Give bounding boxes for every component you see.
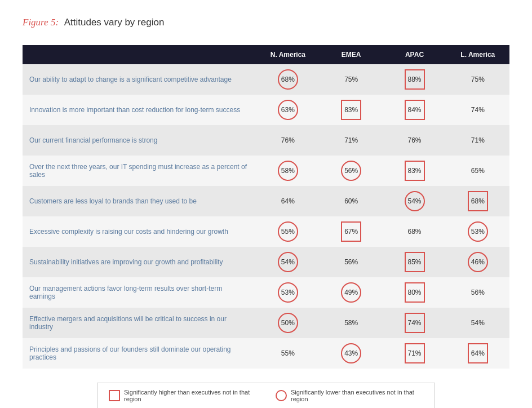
table-row: Our management actions favor long-term r… <box>23 277 509 308</box>
cell-l_america: 56% <box>446 277 509 308</box>
cell-value: 75% <box>468 69 488 90</box>
header-emea: EMEA <box>320 45 383 64</box>
cell-n_america: 54% <box>256 247 320 277</box>
cell-value: 43% <box>341 343 361 363</box>
cell-value: 58% <box>341 313 361 333</box>
cell-apac: 68% <box>383 216 446 247</box>
cell-value: 54% <box>278 252 298 272</box>
cell-n_america: 50% <box>256 308 320 338</box>
cell-value: 74% <box>405 313 425 333</box>
cell-n_america: 55% <box>256 338 320 369</box>
cell-emea: 83% <box>320 95 383 125</box>
cell-apac: 83% <box>383 156 446 186</box>
cell-value: 84% <box>405 100 425 120</box>
cell-value: 64% <box>468 343 488 363</box>
table-row: Sustainability initiatives are improving… <box>23 247 509 277</box>
cell-l_america: 65% <box>446 156 509 186</box>
cell-value: 68% <box>278 69 298 90</box>
cell-value: 56% <box>341 252 361 272</box>
cell-apac: 88% <box>383 64 446 95</box>
cell-emea: 71% <box>320 125 383 156</box>
cell-value: 85% <box>405 252 425 272</box>
cell-value: 83% <box>341 100 361 120</box>
table-row: Principles and passions of our founders … <box>23 338 509 369</box>
cell-n_america: 53% <box>256 277 320 308</box>
cell-value: 46% <box>468 252 488 272</box>
cell-value: 76% <box>278 130 298 150</box>
legend-box-label: Significantly higher than executives not… <box>124 389 259 402</box>
row-label: Effective mergers and acquisitions will … <box>23 308 256 338</box>
header-label-col <box>23 45 256 64</box>
table-row: Our current financial performance is str… <box>23 125 509 156</box>
cell-l_america: 53% <box>446 216 509 247</box>
cell-n_america: 64% <box>256 186 320 216</box>
header-apac: APAC <box>383 45 446 64</box>
cell-l_america: 46% <box>446 247 509 277</box>
table-row: Excessive complexity is raising our cost… <box>23 216 509 247</box>
cell-apac: 74% <box>383 308 446 338</box>
cell-apac: 85% <box>383 247 446 277</box>
header-l-america: L. America <box>446 45 509 64</box>
cell-l_america: 74% <box>446 95 509 125</box>
cell-value: 74% <box>468 100 488 120</box>
cell-emea: 67% <box>320 216 383 247</box>
cell-l_america: 64% <box>446 338 509 369</box>
cell-value: 56% <box>341 161 361 181</box>
cell-value: 68% <box>405 221 425 242</box>
cell-l_america: 71% <box>446 125 509 156</box>
cell-n_america: 68% <box>256 64 320 95</box>
table-row: Over the next three years, our IT spendi… <box>23 156 509 186</box>
cell-value: 71% <box>468 130 488 150</box>
cell-value: 63% <box>278 100 298 120</box>
cell-value: 76% <box>405 130 425 150</box>
cell-value: 67% <box>341 221 361 242</box>
cell-value: 58% <box>278 161 298 181</box>
cell-value: 80% <box>405 282 425 303</box>
cell-n_america: 76% <box>256 125 320 156</box>
table-row: Our ability to adapt to change is a sign… <box>23 64 509 95</box>
cell-apac: 71% <box>383 338 446 369</box>
cell-value: 50% <box>278 313 298 333</box>
row-label: Our current financial performance is str… <box>23 125 256 156</box>
row-label: Sustainability initiatives are improving… <box>23 247 256 277</box>
legend-box-icon <box>109 390 120 401</box>
legend-circle-label: Significantly lower than executives not … <box>291 389 423 402</box>
legend-circle-icon <box>276 390 287 401</box>
row-label: Excessive complexity is raising our cost… <box>23 216 256 247</box>
table-row: Effective mergers and acquisitions will … <box>23 308 509 338</box>
cell-value: 53% <box>468 221 488 242</box>
table-row: Customers are less loyal to brands than … <box>23 186 509 216</box>
cell-l_america: 68% <box>446 186 509 216</box>
legend-box-item: Significantly higher than executives not… <box>109 389 259 402</box>
cell-value: 88% <box>405 69 425 90</box>
cell-emea: 60% <box>320 186 383 216</box>
figure-label: Figure 5: <box>23 17 59 28</box>
cell-emea: 56% <box>320 156 383 186</box>
data-table: N. America EMEA APAC L. America Our abil… <box>23 45 509 369</box>
cell-value: 55% <box>278 221 298 242</box>
cell-l_america: 75% <box>446 64 509 95</box>
row-label: Innovation is more important than cost r… <box>23 95 256 125</box>
cell-emea: 58% <box>320 308 383 338</box>
cell-value: 56% <box>468 282 488 303</box>
cell-value: 53% <box>278 282 298 303</box>
cell-apac: 80% <box>383 277 446 308</box>
table-row: Innovation is more important than cost r… <box>23 95 509 125</box>
header-n-america: N. America <box>256 45 320 64</box>
cell-n_america: 63% <box>256 95 320 125</box>
cell-value: 54% <box>405 191 425 211</box>
cell-emea: 75% <box>320 64 383 95</box>
cell-value: 54% <box>468 313 488 333</box>
cell-apac: 76% <box>383 125 446 156</box>
cell-apac: 54% <box>383 186 446 216</box>
cell-value: 71% <box>405 343 425 363</box>
row-label: Our management actions favor long-term r… <box>23 277 256 308</box>
cell-value: 49% <box>341 282 361 303</box>
legend: Significantly higher than executives not… <box>97 383 435 408</box>
row-label: Customers are less loyal to brands than … <box>23 186 256 216</box>
cell-value: 65% <box>468 161 488 181</box>
row-label: Over the next three years, our IT spendi… <box>23 156 256 186</box>
cell-n_america: 55% <box>256 216 320 247</box>
cell-value: 64% <box>278 191 298 211</box>
cell-n_america: 58% <box>256 156 320 186</box>
